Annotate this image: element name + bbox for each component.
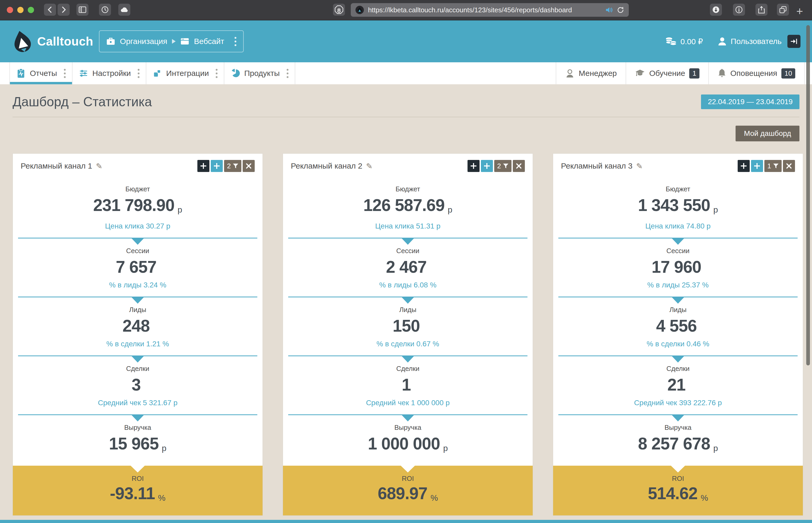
tab-reports[interactable]: Отчеты xyxy=(10,62,73,84)
close-card-button[interactable] xyxy=(783,160,795,172)
tab-integrations[interactable]: Интеграции xyxy=(146,62,224,84)
icloud-tabs-button[interactable] xyxy=(118,4,130,16)
close-card-button[interactable] xyxy=(513,160,525,172)
tab-integrations-menu-button[interactable] xyxy=(216,69,218,78)
add-button-teal[interactable] xyxy=(751,160,763,172)
metric-unit: р xyxy=(713,199,718,220)
roi-unit: % xyxy=(158,488,165,508)
share-button[interactable] xyxy=(756,4,768,16)
back-button[interactable] xyxy=(44,4,56,16)
filter-button[interactable]: 1 xyxy=(764,160,782,172)
metric-label: Сессии xyxy=(13,247,263,255)
tab-reports-menu-button[interactable] xyxy=(64,69,66,78)
edit-pencil-icon[interactable]: ✎ xyxy=(636,162,643,171)
tab-label[interactable]: Продукты xyxy=(244,69,280,78)
plus-icon xyxy=(754,163,760,169)
tab-products-menu-button[interactable] xyxy=(287,69,288,78)
funnel-divider xyxy=(18,356,257,356)
metric-label: Лиды xyxy=(553,306,803,313)
nav-item-label[interactable]: Оповещения xyxy=(730,69,777,78)
metric-label: Выручка xyxy=(13,423,263,431)
breadcrumb-org-label[interactable]: Организация xyxy=(120,37,167,46)
x-icon xyxy=(246,163,252,169)
minimize-window-button[interactable] xyxy=(17,7,23,13)
close-window-button[interactable] xyxy=(7,7,13,13)
close-card-button[interactable] xyxy=(243,160,255,172)
balance-value: 0.00 ₽ xyxy=(681,37,703,46)
breadcrumb-menu-button[interactable] xyxy=(235,37,236,46)
metric-label: Сделки xyxy=(553,365,803,373)
tab-settings-menu-button[interactable] xyxy=(138,69,140,78)
balance-indicator[interactable]: 0.00 ₽ xyxy=(665,37,703,46)
logout-button[interactable] xyxy=(788,35,800,48)
content-blocker-button[interactable] xyxy=(333,4,345,16)
nav-item-alerts[interactable]: Оповещения 10 xyxy=(708,62,805,84)
speaker-icon xyxy=(605,6,613,14)
metric-sessions: Сессии 2 467 % в лиды 6.08 % xyxy=(283,238,533,297)
tab-label[interactable]: Интеграции xyxy=(166,69,209,78)
funnel-divider xyxy=(288,238,527,238)
date-range-button[interactable]: 22.04.2019 — 23.04.2019 xyxy=(701,94,799,109)
tab-products[interactable]: Продукты xyxy=(224,62,295,84)
plus-icon xyxy=(200,163,207,169)
add-button-dark[interactable] xyxy=(468,160,480,172)
metric-sublabel: Средний чек 1 000 000 р xyxy=(283,399,533,407)
metric-deals: Сделки 21 Средний чек 393 222.76 р xyxy=(553,356,803,415)
metric-value: 150 xyxy=(393,317,420,335)
tab-label[interactable]: Отчеты xyxy=(30,69,57,78)
new-tab-button[interactable]: + xyxy=(796,5,803,18)
metric-label: Сделки xyxy=(13,365,263,373)
url-text[interactable]: https://lkbeta.calltouch.ru/accounts/123… xyxy=(368,6,601,14)
mute-audio-button[interactable] xyxy=(605,6,613,14)
breadcrumb-arrow-icon xyxy=(172,39,176,44)
filter-button[interactable]: 2 xyxy=(494,160,511,172)
card-title: Рекламный канал 2 xyxy=(291,162,362,170)
metric-label: Сессии xyxy=(283,247,533,255)
add-button-teal[interactable] xyxy=(481,160,493,172)
roi-footer: ROI 514.62% xyxy=(553,466,803,516)
nav-item-education[interactable]: Обучение 1 xyxy=(626,62,708,84)
reload-button[interactable] xyxy=(617,6,624,14)
history-button[interactable] xyxy=(99,4,111,16)
calltouch-favicon-icon xyxy=(357,7,362,13)
download-icon xyxy=(712,6,720,14)
metric-revenue: Выручка 8 257 678р xyxy=(553,415,803,466)
nav-item-label[interactable]: Обучение xyxy=(649,69,685,78)
address-bar[interactable]: https://lkbeta.calltouch.ru/accounts/123… xyxy=(351,3,629,17)
edit-pencil-icon[interactable]: ✎ xyxy=(366,162,373,171)
metric-unit: р xyxy=(443,438,448,458)
reader-info-button[interactable] xyxy=(733,4,745,16)
nav-item-manager[interactable]: Менеджер xyxy=(556,62,626,84)
funnel-divider xyxy=(288,356,527,356)
add-button-dark[interactable] xyxy=(738,160,750,172)
account-breadcrumb[interactable]: Организация Вебсайт xyxy=(99,30,244,52)
tab-overview-button[interactable] xyxy=(777,4,789,16)
x-icon xyxy=(516,163,522,169)
funnel-divider xyxy=(558,414,798,415)
calltouch-logo xyxy=(9,28,35,55)
reload-icon xyxy=(617,6,624,14)
user-menu[interactable]: Пользователь xyxy=(718,37,782,46)
zoom-window-button[interactable] xyxy=(28,7,34,13)
sidebar-button[interactable] xyxy=(76,4,89,16)
add-button-teal[interactable] xyxy=(211,160,223,172)
funnel-divider xyxy=(18,296,257,297)
filter-button[interactable]: 2 xyxy=(224,160,241,172)
tab-label[interactable]: Настройки xyxy=(92,69,131,78)
forward-button[interactable] xyxy=(58,4,70,16)
metric-sublabel: % в лиды 6.08 % xyxy=(283,281,533,289)
downloads-button[interactable] xyxy=(710,4,722,16)
vertical-scrollbar[interactable] xyxy=(806,25,810,365)
metric-label: Сессии xyxy=(553,247,803,255)
edit-pencil-icon[interactable]: ✎ xyxy=(96,162,102,171)
my-dashboard-button[interactable]: Мой дашборд xyxy=(736,126,799,141)
breadcrumb-site-label[interactable]: Вебсайт xyxy=(194,37,224,46)
filter-count: 2 xyxy=(227,162,231,170)
add-button-dark[interactable] xyxy=(197,160,210,172)
metric-value: 7 657 xyxy=(116,257,156,276)
metric-label: Бюджет xyxy=(283,185,533,193)
roi-footer: ROI -93.11% xyxy=(13,466,263,516)
tab-settings[interactable]: Настройки xyxy=(73,62,146,84)
roi-label: ROI xyxy=(283,472,533,483)
nav-item-label[interactable]: Менеджер xyxy=(579,69,617,78)
